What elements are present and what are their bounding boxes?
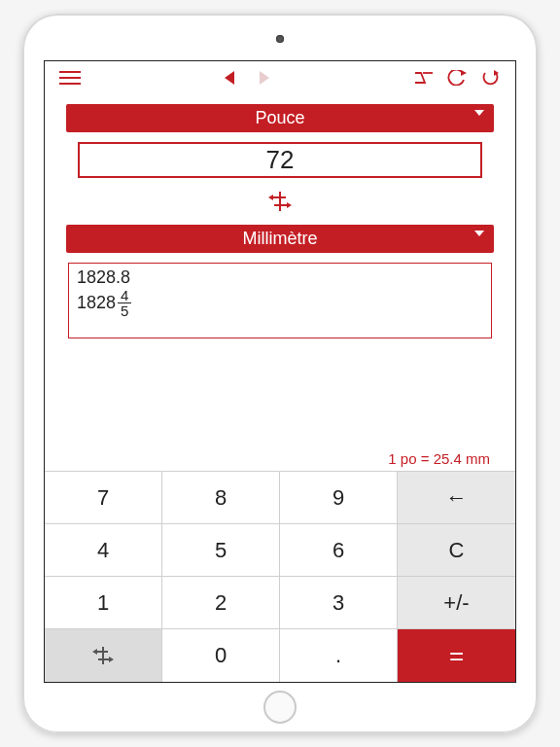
undo-icon bbox=[447, 70, 467, 86]
output-fraction: 1828 4 5 bbox=[77, 288, 131, 318]
fraction-numerator: 4 bbox=[118, 288, 131, 303]
key-equals[interactable]: = bbox=[398, 629, 515, 682]
conversion-panel: Pouce 72 Millimètre 1828.8 1828 4 5 bbox=[45, 94, 515, 471]
conversion-hint: 1 po = 25.4 mm bbox=[66, 450, 494, 467]
app-screen: Pouce 72 Millimètre 1828.8 1828 4 5 bbox=[44, 60, 516, 683]
next-button[interactable] bbox=[250, 64, 277, 91]
tablet-frame: Pouce 72 Millimètre 1828.8 1828 4 5 bbox=[22, 14, 538, 733]
key-sign[interactable]: +/- bbox=[398, 577, 515, 629]
svg-marker-1 bbox=[260, 71, 269, 85]
from-value-field[interactable]: 72 bbox=[78, 142, 482, 178]
to-unit-label: Millimètre bbox=[242, 229, 317, 248]
camera-dot bbox=[276, 35, 284, 43]
from-unit-label: Pouce bbox=[255, 108, 304, 127]
delete-forward-button[interactable] bbox=[410, 64, 438, 91]
triangle-right-icon bbox=[258, 71, 269, 85]
key-dot[interactable]: . bbox=[280, 629, 398, 682]
toolbar bbox=[45, 61, 515, 94]
key-8[interactable]: 8 bbox=[162, 472, 280, 524]
menu-button[interactable] bbox=[56, 64, 84, 91]
redo-button[interactable] bbox=[476, 64, 504, 91]
prev-button[interactable] bbox=[217, 64, 244, 91]
fraction-denominator: 5 bbox=[118, 303, 131, 318]
key-3[interactable]: 3 bbox=[280, 577, 398, 629]
key-7[interactable]: 7 bbox=[45, 472, 162, 524]
key-5[interactable]: 5 bbox=[162, 524, 280, 577]
key-9[interactable]: 9 bbox=[280, 472, 398, 524]
output-box: 1828.8 1828 4 5 bbox=[68, 263, 492, 338]
key-4[interactable]: 4 bbox=[45, 524, 162, 577]
key-1[interactable]: 1 bbox=[45, 577, 162, 629]
from-value: 72 bbox=[266, 145, 295, 174]
swap-row bbox=[66, 188, 494, 215]
output-decimal: 1828.8 bbox=[77, 267, 483, 288]
keypad: 7 8 9 ← 4 5 6 C 1 2 3 +/- 0 . = bbox=[45, 471, 515, 682]
triangle-left-icon bbox=[225, 71, 236, 85]
key-2[interactable]: 2 bbox=[162, 577, 280, 629]
redo-icon bbox=[481, 69, 499, 87]
home-button[interactable] bbox=[263, 691, 297, 724]
fraction-whole: 1828 bbox=[77, 293, 116, 313]
key-backspace[interactable]: ← bbox=[398, 472, 515, 524]
to-unit-select[interactable]: Millimètre bbox=[66, 225, 494, 253]
from-unit-select[interactable]: Pouce bbox=[66, 104, 494, 132]
key-6[interactable]: 6 bbox=[280, 524, 398, 577]
swap-mini-icon bbox=[94, 649, 112, 662]
svg-marker-3 bbox=[461, 70, 467, 76]
hamburger-icon bbox=[59, 71, 81, 85]
delete-forward-icon bbox=[413, 71, 435, 85]
key-clear[interactable]: C bbox=[398, 524, 515, 577]
key-0[interactable]: 0 bbox=[162, 629, 280, 682]
key-swap[interactable] bbox=[45, 629, 162, 682]
svg-marker-0 bbox=[225, 71, 234, 85]
swap-icon[interactable] bbox=[270, 194, 290, 209]
undo-button[interactable] bbox=[443, 64, 471, 91]
